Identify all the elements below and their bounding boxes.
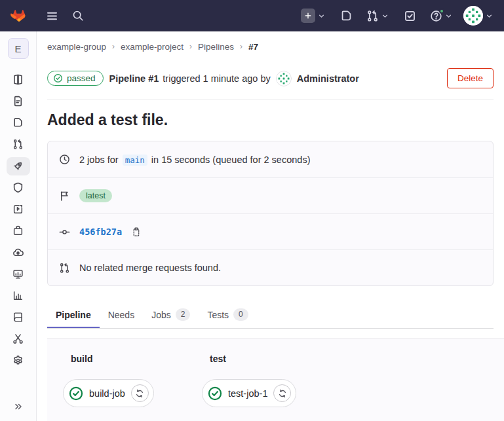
commit-sha-link[interactable]: 456fb27a [79, 227, 122, 237]
project-icon [12, 74, 24, 85]
commit-icon [59, 227, 70, 238]
gitlab-logo-icon[interactable] [10, 8, 28, 24]
copy-commit-sha-button[interactable] [131, 227, 141, 237]
sidebar-item-infrastructure[interactable] [7, 244, 30, 262]
delete-button[interactable]: Delete [447, 68, 494, 88]
chevron-down-icon [485, 12, 494, 20]
tab-label: Jobs [151, 310, 171, 320]
main-content: example-group › example-project › Pipeli… [37, 0, 504, 421]
status-badge: passed [47, 71, 104, 86]
issues-icon[interactable] [336, 6, 356, 26]
rocket-icon [12, 160, 24, 172]
merge-requests-dropdown[interactable] [366, 10, 389, 22]
retry-job-button[interactable] [131, 384, 149, 402]
status-success-icon [208, 386, 222, 401]
deployments-icon [12, 204, 24, 215]
status-badge-label: passed [67, 73, 96, 83]
help-dropdown[interactable] [430, 10, 453, 22]
book-icon [12, 312, 24, 323]
check-circle-icon [53, 73, 63, 83]
status-success-icon [69, 386, 83, 401]
merge-requests-row: No related merge requests found. [48, 249, 493, 285]
job-name: build-job [89, 388, 125, 399]
monitor-icon [12, 268, 24, 280]
latest-row: latest [48, 177, 493, 213]
document-icon [12, 96, 24, 107]
breadcrumb-separator: › [112, 42, 115, 51]
tab-tests[interactable]: Tests 0 [199, 302, 256, 328]
pipeline-status-row: passed Pipeline #1 triggered 1 minute ag… [47, 59, 494, 100]
breadcrumb-pipeline-id: #7 [248, 42, 258, 52]
stage-build: build build-job [63, 354, 202, 421]
tab-label: Needs [108, 310, 134, 320]
triggered-text: triggered 1 minute ago by [163, 73, 270, 84]
flag-icon [59, 191, 70, 202]
sidebar-item-issues[interactable] [7, 114, 30, 132]
author-avatar[interactable] [276, 71, 292, 86]
tests-count-badge: 0 [233, 308, 248, 321]
hamburger-menu-icon[interactable] [42, 6, 62, 26]
jobs-duration-row: 2 jobs for main in 15 seconds (queued fo… [48, 141, 493, 177]
pipeline-summary-box: 2 jobs for main in 15 seconds (queued fo… [47, 141, 494, 286]
sidebar-item-settings[interactable] [7, 352, 30, 370]
merge-request-icon [366, 10, 379, 22]
breadcrumb-separator: › [240, 42, 242, 51]
retry-icon [135, 389, 144, 398]
tab-needs[interactable]: Needs [100, 302, 143, 328]
chevron-down-icon [381, 12, 389, 20]
sidebar-item-snippets[interactable] [7, 330, 30, 348]
breadcrumb-pipelines[interactable]: Pipelines [198, 42, 234, 52]
sidebar-item-ci-cd[interactable] [7, 157, 30, 175]
sidebar-item-merge-requests[interactable] [7, 136, 30, 154]
pipeline-tabs: Pipeline Needs Jobs 2 Tests 0 [47, 302, 494, 329]
sidebar-item-analytics[interactable] [7, 287, 30, 305]
author-name[interactable]: Administrator [297, 73, 359, 84]
stage-test: test test-job-1 [202, 354, 341, 421]
tab-pipeline[interactable]: Pipeline [47, 302, 100, 328]
latest-badge: latest [79, 189, 112, 202]
search-icon[interactable] [68, 6, 88, 26]
no-merge-requests-text: No related merge requests found. [79, 263, 221, 273]
scissors-icon [12, 333, 24, 344]
breadcrumb-group[interactable]: example-group [47, 42, 106, 52]
todos-icon[interactable] [400, 6, 419, 26]
retry-icon [278, 389, 287, 398]
notification-dot [439, 9, 444, 14]
breadcrumb: example-group › example-project › Pipeli… [47, 31, 494, 59]
sidebar-item-monitor[interactable] [7, 265, 30, 284]
sidebar-item-wiki[interactable] [7, 308, 30, 327]
tab-label: Pipeline [56, 310, 91, 320]
retry-job-button[interactable] [273, 384, 291, 402]
sidebar-item-packages[interactable] [7, 222, 30, 240]
issues-icon [12, 117, 24, 128]
stage-name: test [210, 354, 341, 364]
tab-jobs[interactable]: Jobs 2 [143, 302, 199, 328]
sidebar-item-repository[interactable] [7, 92, 30, 111]
user-avatar [463, 6, 483, 26]
user-menu-dropdown[interactable] [463, 6, 494, 26]
chevron-down-icon [317, 12, 326, 20]
new-menu-dropdown[interactable] [301, 9, 326, 23]
sidebar-item-deployments[interactable] [7, 200, 30, 219]
chevron-down-icon [444, 12, 453, 20]
double-chevron-right-icon [13, 401, 24, 412]
job-test-job-1[interactable]: test-job-1 [202, 379, 296, 407]
project-avatar[interactable]: E [8, 38, 29, 59]
shield-icon [12, 182, 24, 193]
copy-icon [131, 227, 141, 237]
merge-request-icon [59, 263, 70, 274]
sidebar-item-project-information[interactable] [7, 71, 30, 89]
top-navigation-bar [0, 0, 504, 31]
jobs-count-text: 2 jobs for [79, 155, 119, 165]
breadcrumb-project[interactable]: example-project [121, 42, 184, 52]
collapse-sidebar-button[interactable] [9, 401, 28, 412]
page-title: Added a test file. [47, 111, 494, 129]
left-sidebar: E [0, 31, 37, 421]
job-build-job[interactable]: build-job [63, 379, 154, 407]
branch-ref-link[interactable]: main [123, 155, 147, 166]
pipeline-meta-text: Pipeline #1 triggered 1 minute ago by Ad… [109, 71, 359, 86]
merge-request-icon [12, 139, 24, 150]
plus-icon [301, 9, 315, 23]
commit-row: 456fb27a [48, 213, 493, 249]
sidebar-item-security[interactable] [7, 179, 30, 197]
